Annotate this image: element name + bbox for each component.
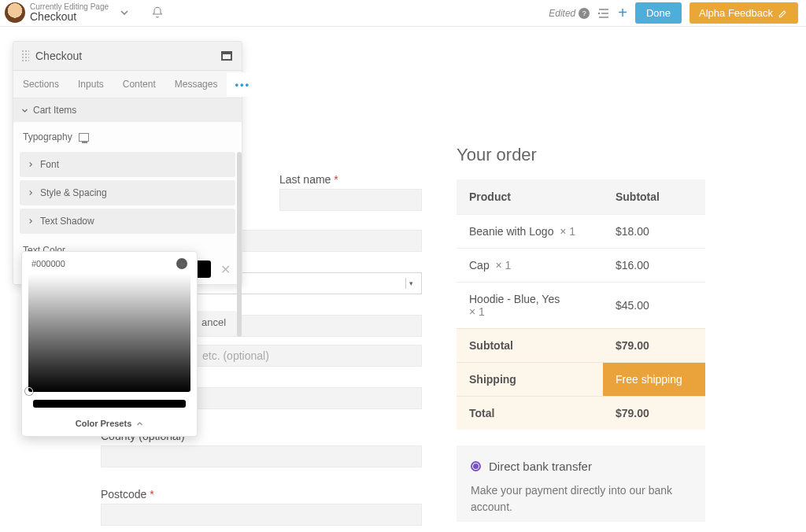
payment-box: Direct bank transfer Make your payment d… — [457, 445, 705, 522]
order-table: Product Subtotal Beanie with Logo × 1 $1… — [457, 179, 705, 430]
done-button[interactable]: Done — [635, 2, 682, 24]
postcode-label: Postcode * — [101, 488, 422, 501]
page-title: Checkout — [30, 11, 109, 23]
panel-title: Checkout — [35, 50, 82, 62]
responsive-icon[interactable] — [79, 133, 89, 142]
radio-selected-icon[interactable] — [471, 461, 481, 471]
add-preset-icon[interactable]: + — [176, 258, 187, 269]
clear-color-icon[interactable]: ✕ — [217, 262, 234, 277]
item-name: Cap — [469, 259, 490, 272]
table-row: Cap × 1 $16.00 — [457, 249, 705, 283]
order-summary: Your order Product Subtotal Beanie with … — [457, 145, 705, 522]
last-name-label: Last name * — [279, 173, 422, 186]
postcode-text: Postcode — [101, 488, 146, 501]
order-heading: Your order — [457, 145, 705, 165]
edited-label: Edited — [549, 8, 575, 19]
chevron-down-icon — [21, 107, 28, 114]
color-presets-toggle[interactable]: Color Presets — [28, 412, 190, 433]
item-price: $16.00 — [603, 249, 705, 283]
th-product: Product — [457, 179, 603, 215]
field-last-name: Last name * — [279, 173, 422, 211]
edit-icon — [778, 8, 789, 19]
row-shadow-label: Text Shadow — [40, 216, 94, 227]
last-name-input[interactable] — [279, 189, 422, 211]
outline-icon[interactable] — [597, 8, 610, 19]
item-qty: × 1 — [560, 225, 575, 238]
payment-option-bank[interactable]: Direct bank transfer — [471, 460, 691, 473]
cancel-button-peek[interactable]: ancel — [197, 311, 237, 334]
presets-label: Color Presets — [76, 419, 132, 428]
typography-heading: Typography — [13, 122, 242, 149]
settings-panel: Checkout Sections Inputs Content Message… — [13, 41, 242, 285]
table-row: Beanie with Logo × 1 $18.00 — [457, 215, 705, 249]
hue-slider[interactable] — [33, 400, 186, 408]
tab-more-icon[interactable]: ••• — [227, 72, 258, 97]
picker-cursor-icon[interactable] — [25, 387, 33, 395]
required-marker: * — [334, 173, 338, 186]
chevron-right-icon — [28, 190, 34, 196]
last-name-text: Last name — [279, 173, 331, 186]
saturation-gradient[interactable] — [28, 274, 190, 392]
postcode-input[interactable] — [101, 504, 422, 526]
topbar-right: Edited ? + Done Alpha Feedback — [549, 2, 798, 24]
subtotal-value: $79.00 — [603, 329, 705, 363]
dropdown-icon: ▾ — [405, 278, 416, 289]
required-marker: * — [150, 488, 153, 501]
panel-header[interactable]: Checkout — [13, 42, 242, 71]
svg-point-0 — [598, 12, 600, 13]
chevron-right-icon — [28, 161, 34, 168]
apt-placeholder: etc. (optional) — [202, 349, 269, 362]
edited-status: Edited ? — [549, 8, 590, 19]
subsection-cart-items[interactable]: Cart Items — [13, 98, 242, 122]
county-input[interactable] — [101, 445, 422, 467]
topbar-left: Currently Editing Page Checkout — [5, 2, 164, 23]
picker-hex-row: #000000 + — [28, 258, 190, 274]
row-style-label: Style & Spacing — [40, 187, 107, 198]
panel-tabs: Sections Inputs Content Messages ••• — [13, 71, 242, 98]
shipping-value: Free shipping — [603, 363, 705, 397]
topbar: Currently Editing Page Checkout Edited ?… — [0, 0, 806, 27]
item-name: Beanie with Logo — [469, 225, 553, 238]
subtotal-label: Subtotal — [457, 329, 603, 363]
shipping-label: Shipping — [457, 363, 603, 397]
row-subtotal: Subtotal $79.00 — [457, 329, 705, 363]
field-postcode: Postcode * — [101, 488, 422, 526]
tab-messages[interactable]: Messages — [165, 71, 227, 98]
total-label: Total — [457, 397, 603, 430]
typography-label: Typography — [23, 131, 72, 142]
picker-hex-value[interactable]: #000000 — [31, 259, 65, 268]
total-value: $79.00 — [603, 397, 705, 430]
subsection-label: Cart Items — [33, 105, 76, 116]
window-icon[interactable] — [221, 51, 232, 61]
item-price: $18.00 — [603, 215, 705, 249]
tab-content[interactable]: Content — [113, 71, 165, 98]
add-button[interactable]: + — [618, 4, 627, 22]
notifications-icon[interactable] — [151, 6, 164, 19]
item-qty: × 1 — [495, 259, 511, 272]
help-icon[interactable]: ? — [579, 8, 590, 19]
row-shipping: Shipping Free shipping — [457, 363, 705, 397]
alpha-feedback-button[interactable]: Alpha Feedback — [690, 2, 798, 24]
row-style-spacing[interactable]: Style & Spacing — [20, 180, 235, 205]
app-logo — [5, 2, 25, 23]
payment-option-label: Direct bank transfer — [489, 460, 592, 473]
page-title-block[interactable]: Currently Editing Page Checkout — [30, 2, 109, 23]
row-total: Total $79.00 — [457, 397, 705, 430]
tab-inputs[interactable]: Inputs — [68, 71, 113, 98]
page-caret-icon[interactable] — [120, 8, 129, 17]
color-picker: #000000 + Color Presets — [21, 251, 198, 437]
item-qty: × 1 — [469, 305, 485, 318]
th-subtotal: Subtotal — [603, 179, 705, 215]
row-font[interactable]: Font — [20, 152, 235, 177]
row-text-shadow[interactable]: Text Shadow — [20, 209, 235, 234]
drag-handle-icon[interactable] — [21, 50, 29, 62]
item-price: $45.00 — [603, 283, 705, 329]
table-row: Hoodie - Blue, Yes× 1 $45.00 — [457, 283, 705, 329]
tab-sections[interactable]: Sections — [13, 71, 68, 98]
chevron-right-icon — [28, 218, 34, 224]
alpha-feedback-label: Alpha Feedback — [699, 7, 773, 19]
payment-note: Make your payment directly into our bank… — [471, 482, 691, 515]
chevron-up-icon — [136, 420, 143, 427]
item-name: Hoodie - Blue, Yes — [469, 293, 560, 305]
scrollbar[interactable] — [237, 152, 242, 337]
